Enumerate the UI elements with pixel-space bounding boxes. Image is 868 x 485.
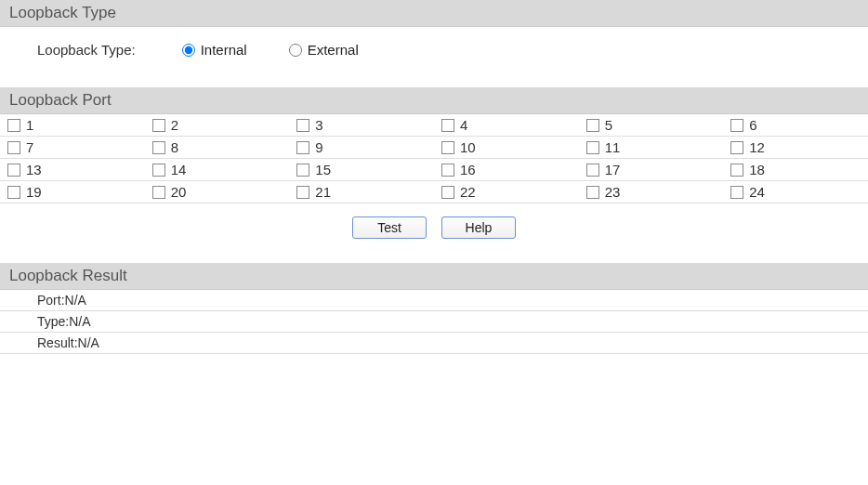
radio-external-input[interactable] (289, 44, 302, 57)
radio-external-label: External (308, 42, 359, 58)
port-label: 8 (171, 139, 178, 155)
port-label: 19 (26, 184, 42, 200)
port-label: 9 (315, 139, 322, 155)
loopback-result-header: Loopback Result (0, 263, 868, 290)
loopback-result-section: Loopback Result Port: N/A Type: N/A Resu… (0, 263, 868, 354)
port-label: 20 (171, 184, 187, 200)
result-body: Port: N/A Type: N/A Result: N/A (0, 290, 868, 354)
help-button[interactable]: Help (441, 216, 516, 239)
loopback-type-header: Loopback Type (0, 0, 868, 27)
port-label: 1 (26, 117, 33, 133)
port-checkbox-5[interactable] (586, 119, 599, 132)
ports-table: 1 2 3 4 5 6 7 8 9 10 11 12 13 14 15 16 1… (0, 114, 868, 203)
port-checkbox-6[interactable] (730, 119, 743, 132)
port-checkbox-14[interactable] (152, 164, 165, 177)
radio-internal-input[interactable] (182, 44, 195, 57)
port-checkbox-12[interactable] (730, 141, 743, 154)
test-button[interactable]: Test (352, 216, 427, 239)
port-label: 22 (460, 184, 476, 200)
port-checkbox-9[interactable] (296, 141, 309, 154)
radio-internal-label: Internal (201, 42, 247, 58)
port-checkbox-16[interactable] (441, 164, 454, 177)
port-checkbox-2[interactable] (152, 119, 165, 132)
port-checkbox-4[interactable] (441, 119, 454, 132)
port-label: 23 (605, 184, 621, 200)
port-label: 16 (460, 162, 476, 177)
port-checkbox-7[interactable] (7, 141, 20, 154)
port-label: 3 (315, 117, 322, 133)
port-checkbox-3[interactable] (296, 119, 309, 132)
port-checkbox-15[interactable] (296, 164, 309, 177)
port-checkbox-20[interactable] (152, 186, 165, 199)
loopback-type-radio-group: Internal External (182, 42, 359, 58)
loopback-type-section: Loopback Type Loopback Type: Internal Ex… (0, 0, 868, 69)
port-label: 15 (315, 162, 331, 177)
port-checkbox-8[interactable] (152, 141, 165, 154)
result-type-label: Type: (37, 314, 69, 329)
button-row: Test Help (0, 203, 868, 244)
port-label: 21 (315, 184, 331, 200)
port-label: 2 (171, 117, 178, 133)
loopback-type-body: Loopback Type: Internal External (0, 27, 868, 69)
result-row-type: Type: N/A (0, 311, 868, 333)
loopback-port-header: Loopback Port (0, 87, 868, 114)
result-result-label: Result: (37, 335, 78, 350)
result-row-port: Port: N/A (0, 290, 868, 311)
port-checkbox-11[interactable] (586, 141, 599, 154)
port-checkbox-10[interactable] (441, 141, 454, 154)
port-label: 5 (605, 117, 612, 133)
port-label: 7 (26, 139, 33, 155)
result-row-result: Result: N/A (0, 333, 868, 354)
port-checkbox-1[interactable] (7, 119, 20, 132)
port-label: 12 (749, 139, 765, 155)
port-label: 6 (749, 117, 756, 133)
port-label: 24 (749, 184, 765, 200)
port-checkbox-17[interactable] (586, 164, 599, 177)
port-label: 10 (460, 139, 476, 155)
loopback-port-section: Loopback Port 1 2 3 4 5 6 7 8 9 10 11 12… (0, 87, 868, 244)
port-checkbox-23[interactable] (586, 186, 599, 199)
port-label: 11 (605, 139, 621, 155)
port-label: 4 (460, 117, 467, 133)
port-label: 13 (26, 162, 42, 177)
table-row: 19 20 21 22 23 24 (0, 181, 868, 203)
table-row: 1 2 3 4 5 6 (0, 114, 868, 137)
loopback-type-label: Loopback Type: (37, 42, 136, 58)
result-port-value: N/A (65, 293, 86, 308)
result-result-value: N/A (78, 335, 99, 350)
port-label: 14 (171, 162, 187, 177)
table-row: 13 14 15 16 17 18 (0, 159, 868, 181)
port-checkbox-24[interactable] (730, 186, 743, 199)
radio-internal[interactable]: Internal (182, 42, 247, 58)
port-checkbox-21[interactable] (296, 186, 309, 199)
table-row: 7 8 9 10 11 12 (0, 137, 868, 159)
port-checkbox-19[interactable] (7, 186, 20, 199)
port-checkbox-22[interactable] (441, 186, 454, 199)
result-port-label: Port: (37, 293, 65, 308)
radio-external[interactable]: External (289, 42, 359, 58)
port-label: 18 (749, 162, 765, 177)
port-checkbox-13[interactable] (7, 164, 20, 177)
port-label: 17 (605, 162, 621, 177)
port-checkbox-18[interactable] (730, 164, 743, 177)
result-type-value: N/A (69, 314, 90, 329)
